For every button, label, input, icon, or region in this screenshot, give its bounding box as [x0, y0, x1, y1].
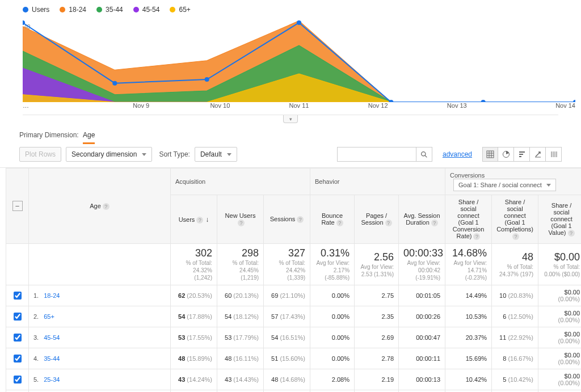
x-tick-label: Nov 14	[496, 102, 575, 109]
table-row: 4. 35-4448 (15.89%)48 (16.11%)51 (15.60%…	[6, 348, 582, 369]
svg-rect-11	[487, 151, 494, 158]
row-number: 3.	[33, 334, 42, 341]
advanced-link[interactable]: advanced	[443, 150, 472, 158]
legend-dot	[170, 7, 175, 12]
help-icon[interactable]: ?	[473, 233, 480, 240]
legend-dot	[96, 7, 102, 12]
data-table: − Age? Acquisition Behavior Conversions …	[6, 168, 581, 392]
help-icon[interactable]: ?	[431, 220, 438, 226]
col-bounce[interactable]: Bounce Rate?	[310, 195, 355, 244]
group-conversions: Conversions Goal 1: Share / social conne…	[445, 168, 581, 195]
row-checkbox[interactable]	[14, 313, 22, 321]
collapse-all[interactable]: −	[6, 168, 29, 244]
chart: 2040 …Nov 9Nov 10Nov 11Nov 12Nov 13Nov 1…	[23, 17, 575, 113]
age-link[interactable]: 65+	[44, 313, 54, 320]
legend-dot	[60, 7, 65, 12]
age-link[interactable]: 45-54	[44, 334, 60, 341]
table-row: 1. 18-2462 (20.53%)60 (20.13%)69 (21.10%…	[6, 285, 582, 306]
legend-item[interactable]: 65+	[170, 6, 190, 14]
view-compare-button[interactable]	[530, 147, 546, 162]
legend-dot	[23, 7, 28, 12]
svg-rect-19	[519, 156, 521, 157]
help-icon[interactable]: ?	[385, 220, 392, 226]
pie-icon	[502, 150, 510, 158]
table-row: 3. 45-5453 (17.55%)53 (17.79%)54 (16.51%…	[6, 327, 582, 348]
svg-point-4	[205, 77, 209, 82]
table-icon	[486, 150, 494, 158]
sort-desc-icon: ↓	[205, 216, 209, 224]
search-button[interactable]	[416, 147, 432, 162]
row-checkbox[interactable]	[14, 334, 22, 342]
view-table-button[interactable]	[482, 147, 498, 162]
col-pps[interactable]: Pages / Session?	[355, 195, 399, 244]
table-row: 5. 25-3443 (14.24%)43 (14.43%)48 (14.68%…	[6, 369, 582, 390]
conversion-goal-select[interactable]: Goal 1: Share / social connect	[453, 179, 556, 191]
legend-label: 35-44	[106, 6, 123, 14]
help-icon[interactable]: ?	[297, 216, 304, 223]
col-newusers[interactable]: New Users?	[217, 195, 264, 244]
legend-label: 18-24	[69, 6, 86, 14]
help-icon[interactable]: ?	[238, 220, 245, 226]
view-pie-button[interactable]	[498, 147, 514, 162]
table-toolbar: Plot Rows Secondary dimension Sort Type:…	[0, 144, 581, 168]
summary-row: 302% of Total: 24.32% (1,242) 298% of To…	[6, 244, 582, 285]
help-icon[interactable]: ?	[196, 217, 203, 224]
age-link[interactable]: 18-24	[44, 292, 60, 299]
view-pivot-button[interactable]	[546, 147, 562, 162]
col-value[interactable]: Share / social connect (Goal 1 Value)?	[538, 195, 581, 244]
age-link[interactable]: 25-34	[44, 376, 60, 383]
group-behavior: Behavior	[310, 168, 445, 195]
legend-item[interactable]: 18-24	[60, 6, 86, 14]
col-avgdur[interactable]: Avg. Session Duration?	[399, 195, 445, 244]
svg-point-9	[422, 151, 426, 155]
group-acquisition: Acquisition	[171, 168, 310, 195]
legend-item[interactable]: 35-44	[96, 6, 123, 14]
x-tick-label: Nov 13	[418, 102, 496, 109]
row-number: 4.	[33, 355, 42, 362]
help-icon[interactable]: ?	[103, 203, 110, 210]
col-convrate[interactable]: Share / social connect (Goal 1 Conversio…	[445, 195, 492, 244]
compare-icon	[534, 150, 542, 158]
row-number: 2.	[33, 313, 42, 320]
x-tick-label: Nov 9	[102, 102, 180, 109]
pivot-icon	[550, 150, 558, 158]
search-input[interactable]	[337, 147, 416, 162]
help-icon[interactable]: ?	[568, 230, 575, 237]
col-completions[interactable]: Share / social connect (Goal 1 Completio…	[492, 195, 538, 244]
age-link[interactable]: 35-44	[44, 355, 60, 362]
help-icon[interactable]: ?	[336, 220, 343, 226]
row-checkbox[interactable]	[14, 292, 22, 300]
secondary-dimension-select[interactable]: Secondary dimension	[66, 147, 152, 162]
svg-rect-17	[519, 151, 525, 153]
sort-type-label: Sort Type:	[159, 150, 190, 158]
help-icon[interactable]: ?	[512, 233, 519, 240]
primary-dimension-label: Primary Dimension:	[19, 131, 79, 139]
table-row: 2. 65+54 (17.88%)54 (18.12%)57 (17.43%)0…	[6, 306, 582, 327]
table-row: 6. 55-6442 (13.91%)40 (13.42%)48 (14.68%…	[6, 390, 582, 393]
x-tick-label: Nov 12	[339, 102, 418, 109]
col-users[interactable]: Users?↓	[171, 195, 217, 244]
bar-icon	[518, 150, 526, 158]
legend-item[interactable]: Users	[23, 6, 49, 14]
view-bar-button[interactable]	[514, 147, 530, 162]
primary-dimension-value[interactable]: Age	[83, 131, 95, 144]
chart-legend: Users18-2435-4445-5465+	[0, 0, 581, 17]
row-number: 1.	[33, 292, 42, 299]
x-tick-label: Nov 10	[180, 102, 259, 109]
col-age[interactable]: Age?	[29, 168, 171, 244]
row-checkbox[interactable]	[14, 376, 22, 383]
legend-label: 65+	[179, 6, 190, 14]
col-sessions[interactable]: Sessions?	[264, 195, 310, 244]
x-tick-label: …	[23, 102, 102, 109]
svg-point-5	[297, 20, 301, 25]
plot-rows-button: Plot Rows	[19, 147, 61, 162]
view-mode-buttons	[482, 147, 562, 162]
sort-type-select[interactable]: Default	[195, 147, 237, 162]
row-checkbox[interactable]	[14, 355, 22, 363]
svg-line-20	[536, 152, 540, 157]
legend-item[interactable]: 45-54	[133, 6, 160, 14]
chart-expander[interactable]: ▾	[283, 115, 298, 123]
group-conversions-label: Conversions	[450, 172, 485, 179]
svg-line-10	[425, 155, 427, 157]
primary-dimension: Primary Dimension: Age	[0, 123, 581, 144]
